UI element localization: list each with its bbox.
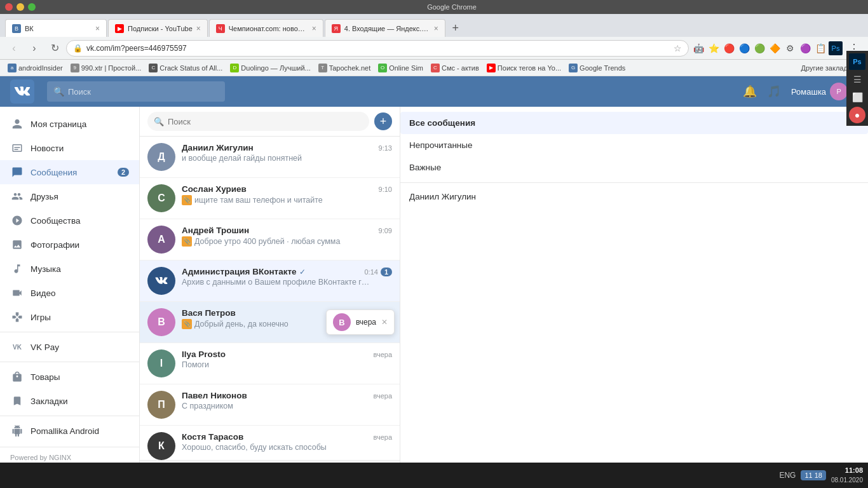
attachment-icon-vasya: 📎 (182, 319, 192, 329)
ext-icon-4[interactable]: 🔵 (737, 41, 751, 55)
message-time-vasya: вчера (374, 309, 392, 317)
bookmark-label-9: Google Trends (580, 64, 625, 72)
music-sidebar-icon (10, 262, 24, 276)
filter-unread[interactable]: Непрочитанные (400, 134, 868, 156)
unread-badge-admin: 1 (381, 268, 392, 276)
music-icon[interactable]: 🎵 (767, 85, 781, 98)
sidebar-item-photos[interactable]: Фотографии (0, 233, 139, 257)
popup-close-icon[interactable]: ✕ (381, 318, 388, 327)
message-content-pavel: Павел Никонов вчера С праздником (182, 391, 392, 410)
window-maximize-btn[interactable] (28, 3, 36, 11)
attachment-icon-soslan: 📎 (182, 195, 192, 205)
ext-icon-3[interactable]: 🔴 (722, 41, 736, 55)
tab-close-chempionat[interactable]: × (312, 24, 316, 33)
tab-title-youtube: Подписки - YouTube (128, 25, 193, 32)
sidebar-item-games[interactable]: Игры (0, 305, 139, 329)
message-preview-andrey: 📎 Доброе утро 400 рублей · любая сумма (182, 236, 372, 247)
address-bar-input[interactable] (86, 44, 670, 53)
bookmark-tapochek[interactable]: T Tapochek.net (316, 62, 373, 74)
sidebar-item-market[interactable]: Товары (0, 365, 139, 389)
sidebar-item-mypage[interactable]: Моя страница (0, 112, 139, 136)
message-item-daniil[interactable]: Д Даниил Жигулин 9:13 и вообще делай гай… (140, 137, 400, 178)
message-item-vasya[interactable]: В Вася Петров вчера 📎 Добрый день, да ко… (140, 302, 400, 343)
ext-icon-photoshop[interactable]: Ps (829, 41, 843, 55)
tray-notifications-count: 11 18 (801, 470, 826, 480)
photos-icon (10, 238, 24, 252)
tab-youtube[interactable]: ▶ Подписки - YouTube × (108, 19, 208, 37)
back-button[interactable]: ‹ (5, 39, 23, 57)
message-item-soslan[interactable]: С Сослан Хуриев 9:10 📎 ищите там ваш тел… (140, 178, 400, 219)
bookmark-crack[interactable]: C Crack Status of All... (146, 62, 225, 74)
message-item-kostya[interactable]: К Костя Тарасов вчера Хорошо, спасибо, б… (140, 426, 400, 460)
bookmark-youtube-tags[interactable]: ▶ Поиск тегов на Yo... (484, 62, 564, 74)
notification-bell-icon[interactable]: 🔔 (743, 85, 757, 98)
ext-icon-1[interactable]: 🤖 (691, 41, 705, 55)
tab-close-messages[interactable]: × (95, 24, 100, 33)
tray-lang[interactable]: ENG (779, 471, 796, 480)
sidebar-item-android[interactable]: Pomallika Android (0, 419, 139, 443)
ext-icon-7[interactable]: ⚙ (783, 41, 797, 55)
ext-icon-2[interactable]: ⭐ (707, 41, 721, 55)
filter-contact-daniil[interactable]: Даниил Жигулин (400, 187, 868, 207)
sidebar-item-video[interactable]: Видео (0, 281, 139, 305)
sidebar-item-bookmarks[interactable]: Закладки (0, 389, 139, 413)
bookmark-sms[interactable]: С Смс - актив (428, 62, 482, 74)
sidebar-item-music[interactable]: Музыка (0, 257, 139, 281)
vk-search-container: 🔍 (47, 81, 225, 102)
mypage-icon (10, 117, 24, 131)
message-item-admin[interactable]: Администрация ВКонтакте ✓ 0:14 1 Архив с… (140, 261, 400, 302)
vk-sidebar: Моя страница Новости Сообщения 2 (0, 107, 140, 483)
message-item-ilya[interactable]: I Ilya Prosto вчера Помоги (140, 343, 400, 384)
sidebar-label-messages: Сообщения (31, 168, 111, 177)
ext-icon-vkr[interactable]: 📋 (813, 41, 827, 55)
sidebar-item-messages[interactable]: Сообщения 2 (0, 160, 139, 184)
ext-icon-6[interactable]: 🔶 (768, 41, 782, 55)
filter-divider (400, 182, 868, 183)
sidebar-item-friends[interactable]: Друзья (0, 184, 139, 208)
forward-button[interactable]: › (25, 39, 43, 57)
compose-button[interactable]: + (374, 112, 392, 130)
bookmark-onlinesim[interactable]: O Online Sim (376, 62, 426, 74)
right-panel-record-icon[interactable]: ● (849, 107, 865, 123)
bookmark-990xtr[interactable]: 9 990.xtr | Простой... (68, 62, 144, 74)
bookmark-google-trends[interactable]: G Google Trends (566, 62, 628, 74)
vk-main: Моя страница Новости Сообщения 2 (0, 107, 868, 483)
bookmark-label-5: Tapochek.net (329, 64, 370, 72)
window-close-btn[interactable] (5, 3, 13, 11)
vk-search-input[interactable] (68, 87, 219, 97)
ext-icon-5[interactable]: 🟢 (752, 41, 766, 55)
right-panel-icon-2[interactable]: ⬜ (849, 89, 865, 105)
vk-logo[interactable] (10, 79, 34, 104)
message-item-pavel[interactable]: П Павел Никонов вчера С праздником (140, 384, 400, 426)
tab-chempionat[interactable]: Ч Чемпионат.com: новости спо... × (209, 19, 323, 37)
message-content-kostya: Костя Тарасов вчера Хорошо, спасибо, буд… (182, 432, 392, 452)
bookmark-star-icon[interactable]: ☆ (674, 43, 682, 53)
message-content-admin: Администрация ВКонтакте ✓ 0:14 1 Архив с… (182, 267, 392, 287)
messages-badge: 2 (118, 168, 129, 177)
market-icon (10, 370, 24, 384)
new-tab-button[interactable]: + (447, 19, 465, 37)
bookmark-androidinsider[interactable]: a androidInsider (5, 62, 65, 74)
messages-search-input[interactable] (168, 117, 363, 126)
bookmark-duolingo[interactable]: D Duolingo — Лучший... (227, 62, 313, 74)
sidebar-item-news[interactable]: Новости (0, 136, 139, 160)
photoshop-icon[interactable]: Ps (849, 53, 865, 70)
tab-messages[interactable]: В ВК × (5, 19, 107, 37)
filter-all-messages[interactable]: Все сообщения (400, 112, 868, 134)
reload-button[interactable]: ↻ (46, 39, 64, 57)
sidebar-label-games: Игры (31, 313, 129, 322)
preview-text-andrey: Доброе утро 400 рублей · любая сумма (194, 237, 340, 246)
right-panel-icon-1[interactable]: ☰ (849, 71, 865, 88)
message-item-andrey[interactable]: А Андрей Трошин 9:09 📎 Доброе утро 400 р… (140, 219, 400, 261)
sidebar-divider-1 (0, 332, 139, 332)
filter-important[interactable]: Важные (400, 156, 868, 179)
sender-name-soslan: Сослан Хуриев (182, 184, 247, 194)
tab-yandex-mail[interactable]: Я 4. Входящие — Яндекс.Почта × (325, 19, 445, 37)
tab-close-youtube[interactable]: × (196, 24, 201, 33)
sidebar-item-communities[interactable]: Сообщества (0, 208, 139, 233)
ext-icon-8[interactable]: 🟣 (798, 41, 812, 55)
message-preview-admin: Архив с данными о Вашем профиле ВКонтакт… (182, 278, 372, 287)
tab-close-yandex[interactable]: × (434, 24, 438, 33)
window-minimize-btn[interactable] (17, 3, 24, 11)
sidebar-item-vkpay[interactable]: VK VK Pay (0, 335, 139, 359)
